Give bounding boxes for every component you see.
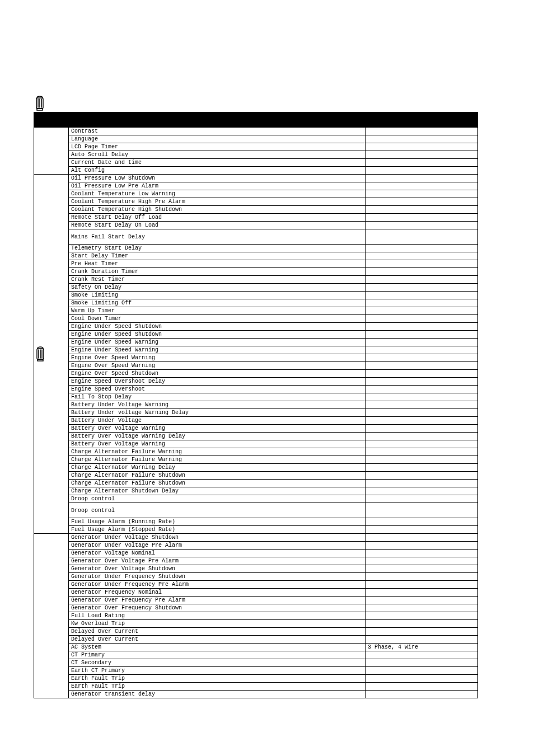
setting-label: Engine Under Speed Warning xyxy=(69,339,366,346)
setting-value xyxy=(366,487,478,495)
setting-value xyxy=(366,362,478,370)
table-row: Generator Under Voltage Shutdown xyxy=(34,534,478,542)
table-row: Generator Under Frequency Shutdown xyxy=(34,573,478,581)
setting-value xyxy=(366,448,478,456)
setting-label: Battery Over Voltage Warning xyxy=(69,425,366,433)
setting-value xyxy=(366,612,478,620)
table-row: Battery Over Voltage Warning xyxy=(34,425,478,433)
setting-label: Full Load Rating xyxy=(69,612,366,620)
table-row: Coolant Temperature High Shutdown xyxy=(34,206,478,214)
setting-value: 3 Phase, 4 Wire xyxy=(366,644,478,651)
setting-value xyxy=(366,480,478,487)
setting-label: Current Date and time xyxy=(69,159,366,167)
setting-value xyxy=(366,620,478,628)
setting-label: Battery Under Voltage Warning xyxy=(69,401,366,409)
table-row: Engine Under Speed Shutdown xyxy=(34,331,478,339)
table-row: Oil Pressure Low Shutdown xyxy=(34,175,478,182)
svg-rect-9 xyxy=(38,359,43,361)
table-row: Battery Over Voltage Warning Delay xyxy=(34,433,478,440)
setting-value xyxy=(366,440,478,448)
setting-label: Generator Under Voltage Shutdown xyxy=(69,534,366,542)
setting-label: Start Delay Timer xyxy=(69,252,366,260)
table-row: Safety On Delay xyxy=(34,284,478,292)
setting-label: Charge Alternator Failure Shutdown xyxy=(69,472,366,480)
setting-value xyxy=(366,667,478,675)
setting-label: Engine Under Speed Warning xyxy=(69,346,366,354)
setting-value xyxy=(366,651,478,659)
table-row: Engine Under Speed Warning xyxy=(34,339,478,346)
lantern-icon-top xyxy=(34,95,46,112)
setting-label: Generator Under Frequency Pre Alarm xyxy=(69,581,366,589)
setting-value xyxy=(366,393,478,401)
setting-value xyxy=(366,503,478,518)
table-row: Generator Voltage Nominal xyxy=(34,550,478,557)
setting-value xyxy=(366,229,478,245)
setting-value xyxy=(366,182,478,190)
table-row: Generator Over Voltage Shutdown xyxy=(34,565,478,573)
setting-label: Engine Over Speed Warning xyxy=(69,354,366,362)
setting-value xyxy=(366,151,478,159)
setting-label: Charge Alternator Failure Warning xyxy=(69,448,366,456)
table-row: Fuel Usage Alarm (Stopped Rate) xyxy=(34,526,478,534)
table-row: Generator Over Frequency Pre Alarm xyxy=(34,597,478,604)
setting-value xyxy=(366,245,478,252)
setting-label: Remote Start Delay Off Load xyxy=(69,214,366,222)
setting-value xyxy=(366,386,478,393)
setting-value xyxy=(366,518,478,526)
setting-label: LCD Page Timer xyxy=(69,143,366,151)
table-row: Generator Under Frequency Pre Alarm xyxy=(34,581,478,589)
setting-value xyxy=(366,307,478,315)
table-row: Earth Fault Trip xyxy=(34,675,478,683)
setting-value xyxy=(366,268,478,276)
table-row: Telemetry Start Delay xyxy=(34,245,478,252)
table-row: Battery Over Voltage Warning xyxy=(34,440,478,448)
setting-label: Safety On Delay xyxy=(69,284,366,292)
setting-label: Coolant Temperature Low Warning xyxy=(69,190,366,198)
setting-label: Charge Alternator Failure Warning xyxy=(69,456,366,464)
setting-value xyxy=(366,691,478,698)
setting-label: Engine Over Speed Shutdown xyxy=(69,370,366,378)
table-row: Full Load Rating xyxy=(34,612,478,620)
table-row: Charge Alternator Failure Warning xyxy=(34,456,478,464)
setting-value xyxy=(366,417,478,425)
setting-label: Earth Fault Trip xyxy=(69,683,366,691)
setting-label: CT Secondary xyxy=(69,659,366,667)
setting-value xyxy=(366,581,478,589)
table-row: Coolant Temperature Low Warning xyxy=(34,190,478,198)
table-row: Crank Duration Timer xyxy=(34,268,478,276)
setting-label: Kw Overload Trip xyxy=(69,620,366,628)
table-row: CT Secondary xyxy=(34,659,478,667)
setting-value xyxy=(366,401,478,409)
table-row: Delayed Over Current xyxy=(34,636,478,644)
table-row: Charge Alternator Warning Delay xyxy=(34,464,478,472)
table-row: Start Delay Timer xyxy=(34,252,478,260)
table-row: Droop control xyxy=(34,503,478,518)
setting-value xyxy=(366,222,478,229)
setting-value xyxy=(366,370,478,378)
setting-label: Generator Over Frequency Pre Alarm xyxy=(69,597,366,604)
setting-label: Smoke Limiting xyxy=(69,292,366,299)
setting-label: Generator transient delay xyxy=(69,691,366,698)
setting-label: Pre Heat Timer xyxy=(69,260,366,268)
setting-value xyxy=(366,557,478,565)
lantern-icon xyxy=(34,175,69,534)
table-row: Engine Over Speed Warning xyxy=(34,362,478,370)
setting-label: Cool Down Timer xyxy=(69,315,366,323)
table-row: AC System3 Phase, 4 Wire xyxy=(34,644,478,651)
setting-value xyxy=(366,604,478,612)
setting-label: Engine Under Speed Shutdown xyxy=(69,323,366,331)
setting-label: Droop control xyxy=(69,495,366,503)
table-row: Cool Down Timer xyxy=(34,315,478,323)
table-row: Language xyxy=(34,135,478,143)
setting-label: Droop control xyxy=(69,503,366,518)
setting-label: Fuel Usage Alarm (Stopped Rate) xyxy=(69,526,366,534)
setting-label: Contrast xyxy=(69,128,366,135)
table-row: Generator Under Voltage Pre Alarm xyxy=(34,542,478,550)
table-row: Battery Under Voltage Warning xyxy=(34,401,478,409)
setting-value xyxy=(366,597,478,604)
setting-value xyxy=(366,573,478,581)
table-row: LCD Page Timer xyxy=(34,143,478,151)
setting-label: Charge Alternator Failure Shutdown xyxy=(69,480,366,487)
table-header-row xyxy=(34,112,478,128)
setting-value xyxy=(366,628,478,636)
